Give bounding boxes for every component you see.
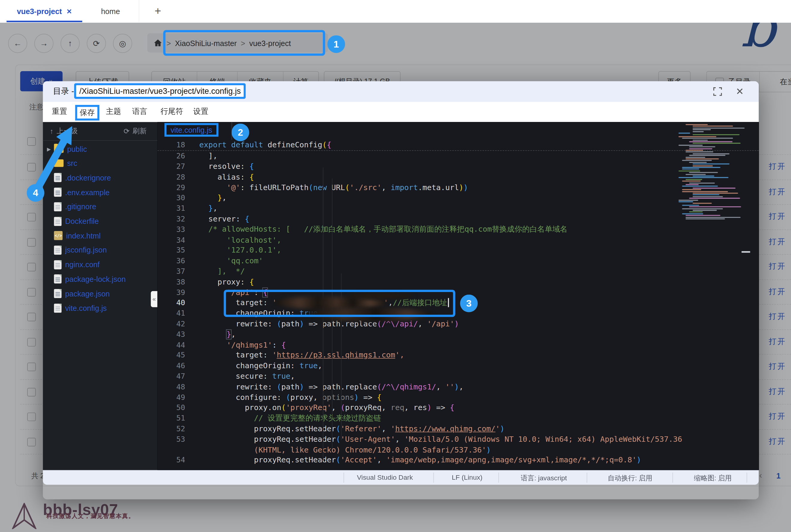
dialog-header[interactable]: 目录 - /XiaoShiLiu-master/vue3-project/vit… — [43, 81, 759, 102]
tree-item-Dockerfile[interactable]: Dockerfile — [43, 214, 157, 228]
tree-item-.gitignore[interactable]: .gitignore — [43, 200, 157, 214]
code-text: 'qq.com' — [200, 256, 263, 265]
scrollbar-thumb[interactable] — [742, 251, 750, 252]
code-line-37: 37 ], */ — [157, 266, 759, 277]
tree-toolbar: ↑上一级 ⟳刷新 — [43, 122, 157, 140]
tree-item-public[interactable]: ▶public — [43, 142, 157, 156]
code-text: proxy: { — [200, 277, 254, 286]
step-badge-2: 2 — [232, 124, 249, 141]
tab-label: home — [101, 7, 120, 16]
minimap-line — [689, 148, 712, 149]
code-text: ], */ — [200, 267, 245, 276]
minimap-line — [693, 128, 745, 129]
status-divider — [672, 473, 673, 483]
file-icon — [54, 217, 61, 226]
tree-item-label: Dockerfile — [65, 217, 99, 226]
menu-language[interactable]: 语言 — [132, 107, 147, 117]
tree-item-.env.example[interactable]: .env.example — [43, 185, 157, 199]
line-number: 46 — [157, 362, 185, 370]
code-line-53: 53 proxyReq.setHeader('User-Agent', 'Moz… — [157, 434, 759, 444]
close-icon[interactable]: ✕ — [735, 87, 745, 96]
code-text: proxy.on('proxyReq', (proxyReq, req, res… — [200, 403, 454, 412]
minimap-line — [682, 189, 701, 190]
status-item-1[interactable]: LF (Linux) — [452, 474, 483, 481]
tree-item-label: package.json — [65, 289, 110, 298]
new-tab-button[interactable]: + — [149, 3, 167, 19]
tree-item-jsconfig.json[interactable]: jsconfig.json — [43, 243, 157, 257]
code-line-35: 35 '127.0.0.1', — [157, 245, 759, 255]
minimap-line — [693, 175, 714, 176]
minimap-line — [689, 198, 740, 199]
step-badge-3: 3 — [460, 295, 478, 312]
code-line-42: 42 rewrite: (path) => path.replace(/^\/a… — [157, 319, 759, 329]
code-text: '127.0.0.1', — [200, 246, 281, 255]
minimap-line — [682, 213, 703, 214]
tree-item-nginx.conf[interactable]: nginx.conf — [43, 258, 157, 272]
minimap-line — [689, 141, 732, 142]
minimap-line — [693, 139, 708, 140]
code-text: // 设置更完整的请求头来绕过防盗链 — [200, 413, 381, 423]
active-tab-underline — [6, 21, 82, 22]
menu-reset[interactable]: 重置 — [52, 107, 67, 117]
editor-tab-vite-config[interactable]: vite.config.js — [167, 125, 216, 135]
minimap-line — [679, 145, 703, 146]
menu-theme[interactable]: 主题 — [106, 107, 121, 117]
status-item-2[interactable]: 语言: javascript — [521, 474, 567, 483]
line-number: 29 — [157, 184, 185, 192]
file-icon — [54, 289, 61, 298]
minimap-line — [693, 194, 719, 195]
minimap-line — [685, 152, 714, 152]
file-icon — [54, 303, 61, 312]
line-number: 31 — [157, 205, 185, 212]
code-line-52: 52 proxyReq.setHeader('Referer', 'https:… — [157, 423, 759, 434]
code-text: '@': fileURLToPath(new URL('./src', impo… — [200, 183, 468, 192]
code-text: }, — [200, 193, 227, 202]
minimap-line — [685, 124, 708, 125]
code-text: secure: true, — [200, 372, 295, 381]
tab-vue3-project[interactable]: vue3-project ✕ — [6, 0, 83, 22]
tree-item-package-lock.json[interactable]: package-lock.json — [43, 272, 157, 286]
app-tabbar: vue3-project ✕ home + — [0, 0, 791, 23]
file-tree-panel: ↑上一级 ⟳刷新 ▶publicsrc.dockerignore.env.exa… — [43, 122, 158, 470]
app-root: vue3-project ✕ home + ← → ↑ ⟳ ◎ > XiaoSh… — [0, 0, 791, 532]
tree-up-label: 上一级 — [56, 127, 78, 136]
tree-caret-icon[interactable]: ▶ — [47, 146, 54, 152]
arrow-up-icon: ↑ — [50, 127, 54, 135]
menu-eol[interactable]: 行尾符 — [161, 107, 183, 117]
minimap-line — [689, 172, 718, 173]
file-icon — [54, 173, 61, 182]
tree-item-.dockerignore[interactable]: .dockerignore — [43, 171, 157, 185]
tab-label: vue3-project — [17, 7, 62, 16]
minimap-line — [693, 164, 730, 164]
tree-item-vite.config.js[interactable]: vite.config.js — [43, 301, 157, 315]
code-line-38: 38 proxy: { — [157, 277, 759, 287]
minimap-line — [693, 126, 733, 127]
line-number: 54 — [157, 456, 185, 464]
code-line-30: 30 }, — [157, 193, 759, 203]
code-line-26: 26 ], — [157, 151, 759, 161]
menu-settings[interactable]: 设置 — [193, 107, 208, 117]
minimap[interactable] — [679, 124, 754, 346]
line-number: 48 — [157, 383, 185, 391]
line-number: 49 — [157, 393, 185, 401]
menu-save[interactable]: 保存 — [77, 107, 97, 119]
tree-collapse-handle[interactable]: « — [151, 291, 157, 307]
status-item-0[interactable]: Visual Studio Dark — [357, 474, 413, 481]
tree-up-button[interactable]: ↑上一级 — [50, 127, 78, 136]
code-text: rewrite: (path) => path.replace(/^\/api/… — [200, 319, 459, 328]
tree-item-index.html[interactable]: </>index.html — [43, 229, 157, 243]
tab-close-icon[interactable]: ✕ — [67, 7, 72, 15]
tree-item-src[interactable]: src — [43, 156, 157, 170]
fullscreen-icon[interactable] — [713, 87, 722, 96]
editor-statusbar: Visual Studio DarkLF (Linux)语言: javascri… — [43, 470, 759, 485]
line-number: 53 — [157, 435, 185, 443]
tab-home[interactable]: home — [82, 0, 139, 22]
code-text: target: 'https://p3.ssl.qhimgs1.com', — [200, 350, 404, 360]
tree-item-package.json[interactable]: package.json — [43, 287, 157, 301]
code-text: '/qhimgs1': { — [200, 340, 286, 349]
minimap-line — [693, 134, 739, 135]
tree-refresh-button[interactable]: ⟳刷新 — [124, 127, 147, 136]
status-item-3[interactable]: 自动换行: 启用 — [608, 474, 652, 483]
code-line-wrap: (KHTML, like Gecko) Chrome/120.0.0.0 Saf… — [157, 444, 759, 455]
status-item-4[interactable]: 缩略图: 启用 — [694, 474, 732, 483]
